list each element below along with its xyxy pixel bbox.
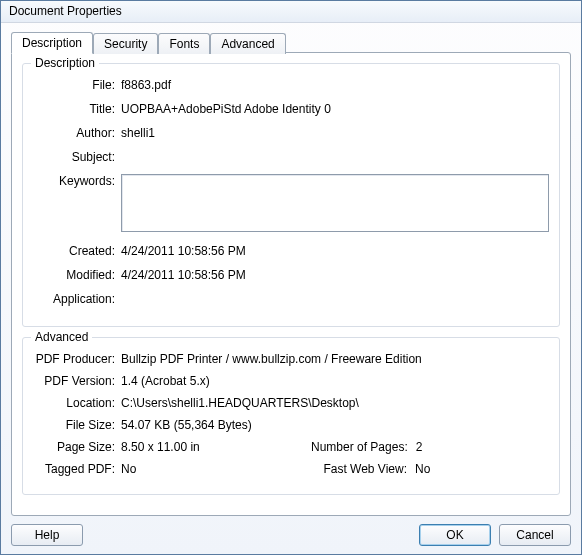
- tab-description[interactable]: Description: [11, 32, 93, 54]
- label-fastweb: Fast Web View:: [311, 462, 415, 476]
- value-version: 1.4 (Acrobat 5.x): [121, 374, 549, 388]
- value-location: C:\Users\shelli1.HEADQUARTERS\Desktop\: [121, 396, 549, 410]
- label-tagged: Tagged PDF:: [33, 462, 121, 476]
- advanced-group: Advanced PDF Producer: Bullzip PDF Print…: [22, 337, 560, 495]
- label-subject: Subject:: [33, 150, 121, 164]
- value-author: shelli1: [121, 126, 549, 140]
- label-location: Location:: [33, 396, 121, 410]
- value-producer: Bullzip PDF Printer / www.bullzip.com / …: [121, 352, 549, 366]
- value-filesize: 54.07 KB (55,364 Bytes): [121, 418, 549, 432]
- keywords-input[interactable]: [121, 174, 549, 232]
- window-title: Document Properties: [1, 1, 581, 23]
- value-modified: 4/24/2011 10:58:56 PM: [121, 268, 549, 282]
- window: Document Properties Description Security…: [0, 0, 582, 555]
- label-application: Application:: [33, 292, 121, 306]
- label-version: PDF Version:: [33, 374, 121, 388]
- label-pagesize: Page Size:: [33, 440, 121, 454]
- label-file: File:: [33, 78, 121, 92]
- value-numpages: 2: [416, 440, 423, 454]
- tab-advanced[interactable]: Advanced: [210, 33, 285, 54]
- cancel-button[interactable]: Cancel: [499, 524, 571, 546]
- label-author: Author:: [33, 126, 121, 140]
- value-tagged: No: [121, 462, 271, 476]
- tab-fonts[interactable]: Fonts: [158, 33, 210, 54]
- tab-security[interactable]: Security: [93, 33, 158, 54]
- value-fastweb: No: [415, 462, 430, 476]
- label-title: Title:: [33, 102, 121, 116]
- label-filesize: File Size:: [33, 418, 121, 432]
- label-producer: PDF Producer:: [33, 352, 121, 366]
- description-group: Description File: f8863.pdf Title: UOPBA…: [22, 63, 560, 327]
- tab-page-description: Description File: f8863.pdf Title: UOPBA…: [11, 52, 571, 516]
- value-pagesize: 8.50 x 11.00 in: [121, 440, 271, 454]
- label-created: Created:: [33, 244, 121, 258]
- value-title: UOPBAA+AdobePiStd Adobe Identity 0: [121, 102, 549, 116]
- tab-bar: Description Security Fonts Advanced: [11, 31, 571, 53]
- ok-button[interactable]: OK: [419, 524, 491, 546]
- content-area: Description Security Fonts Advanced Desc…: [1, 23, 581, 516]
- help-button[interactable]: Help: [11, 524, 83, 546]
- advanced-group-title: Advanced: [31, 330, 92, 344]
- value-file: f8863.pdf: [121, 78, 549, 92]
- description-group-title: Description: [31, 56, 99, 70]
- label-modified: Modified:: [33, 268, 121, 282]
- value-created: 4/24/2011 10:58:56 PM: [121, 244, 549, 258]
- label-keywords: Keywords:: [33, 174, 121, 188]
- label-numpages: Number of Pages:: [311, 440, 416, 454]
- dialog-footer: Help OK Cancel: [1, 516, 581, 554]
